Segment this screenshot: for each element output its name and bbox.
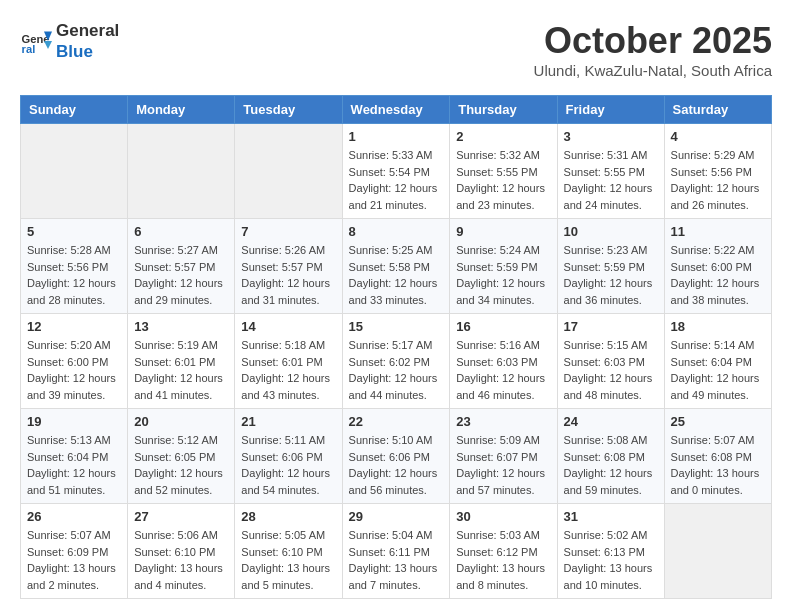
day-number: 16 [456, 319, 550, 334]
day-number: 21 [241, 414, 335, 429]
calendar-cell: 2Sunrise: 5:32 AM Sunset: 5:55 PM Daylig… [450, 124, 557, 219]
day-info: Sunrise: 5:33 AM Sunset: 5:54 PM Dayligh… [349, 147, 444, 213]
day-info: Sunrise: 5:10 AM Sunset: 6:06 PM Dayligh… [349, 432, 444, 498]
calendar-cell: 17Sunrise: 5:15 AM Sunset: 6:03 PM Dayli… [557, 314, 664, 409]
calendar-cell: 21Sunrise: 5:11 AM Sunset: 6:06 PM Dayli… [235, 409, 342, 504]
day-number: 7 [241, 224, 335, 239]
calendar-cell: 24Sunrise: 5:08 AM Sunset: 6:08 PM Dayli… [557, 409, 664, 504]
day-number: 8 [349, 224, 444, 239]
day-number: 10 [564, 224, 658, 239]
day-info: Sunrise: 5:11 AM Sunset: 6:06 PM Dayligh… [241, 432, 335, 498]
day-number: 17 [564, 319, 658, 334]
day-info: Sunrise: 5:31 AM Sunset: 5:55 PM Dayligh… [564, 147, 658, 213]
day-number: 28 [241, 509, 335, 524]
calendar-cell: 30Sunrise: 5:03 AM Sunset: 6:12 PM Dayli… [450, 504, 557, 599]
day-number: 11 [671, 224, 765, 239]
calendar-header-thursday: Thursday [450, 96, 557, 124]
calendar-cell: 27Sunrise: 5:06 AM Sunset: 6:10 PM Dayli… [128, 504, 235, 599]
day-number: 9 [456, 224, 550, 239]
day-number: 19 [27, 414, 121, 429]
calendar-cell: 5Sunrise: 5:28 AM Sunset: 5:56 PM Daylig… [21, 219, 128, 314]
calendar-header-saturday: Saturday [664, 96, 771, 124]
calendar-header-tuesday: Tuesday [235, 96, 342, 124]
calendar-cell: 11Sunrise: 5:22 AM Sunset: 6:00 PM Dayli… [664, 219, 771, 314]
day-info: Sunrise: 5:24 AM Sunset: 5:59 PM Dayligh… [456, 242, 550, 308]
day-info: Sunrise: 5:16 AM Sunset: 6:03 PM Dayligh… [456, 337, 550, 403]
day-info: Sunrise: 5:07 AM Sunset: 6:08 PM Dayligh… [671, 432, 765, 498]
title-block: October 2025 Ulundi, KwaZulu-Natal, Sout… [534, 20, 772, 79]
calendar-header-sunday: Sunday [21, 96, 128, 124]
day-info: Sunrise: 5:08 AM Sunset: 6:08 PM Dayligh… [564, 432, 658, 498]
calendar-cell: 6Sunrise: 5:27 AM Sunset: 5:57 PM Daylig… [128, 219, 235, 314]
day-info: Sunrise: 5:07 AM Sunset: 6:09 PM Dayligh… [27, 527, 121, 593]
day-info: Sunrise: 5:12 AM Sunset: 6:05 PM Dayligh… [134, 432, 228, 498]
day-number: 15 [349, 319, 444, 334]
day-number: 2 [456, 129, 550, 144]
calendar-cell: 4Sunrise: 5:29 AM Sunset: 5:56 PM Daylig… [664, 124, 771, 219]
day-number: 12 [27, 319, 121, 334]
day-info: Sunrise: 5:15 AM Sunset: 6:03 PM Dayligh… [564, 337, 658, 403]
calendar-cell: 29Sunrise: 5:04 AM Sunset: 6:11 PM Dayli… [342, 504, 450, 599]
calendar-cell: 25Sunrise: 5:07 AM Sunset: 6:08 PM Dayli… [664, 409, 771, 504]
day-info: Sunrise: 5:28 AM Sunset: 5:56 PM Dayligh… [27, 242, 121, 308]
calendar-cell: 12Sunrise: 5:20 AM Sunset: 6:00 PM Dayli… [21, 314, 128, 409]
calendar-header-wednesday: Wednesday [342, 96, 450, 124]
day-number: 14 [241, 319, 335, 334]
day-info: Sunrise: 5:05 AM Sunset: 6:10 PM Dayligh… [241, 527, 335, 593]
calendar-cell: 8Sunrise: 5:25 AM Sunset: 5:58 PM Daylig… [342, 219, 450, 314]
day-info: Sunrise: 5:18 AM Sunset: 6:01 PM Dayligh… [241, 337, 335, 403]
calendar-week-row: 26Sunrise: 5:07 AM Sunset: 6:09 PM Dayli… [21, 504, 772, 599]
calendar-cell: 28Sunrise: 5:05 AM Sunset: 6:10 PM Dayli… [235, 504, 342, 599]
calendar-week-row: 12Sunrise: 5:20 AM Sunset: 6:00 PM Dayli… [21, 314, 772, 409]
calendar-cell: 18Sunrise: 5:14 AM Sunset: 6:04 PM Dayli… [664, 314, 771, 409]
calendar-table: SundayMondayTuesdayWednesdayThursdayFrid… [20, 95, 772, 599]
calendar-cell: 7Sunrise: 5:26 AM Sunset: 5:57 PM Daylig… [235, 219, 342, 314]
day-number: 13 [134, 319, 228, 334]
day-info: Sunrise: 5:27 AM Sunset: 5:57 PM Dayligh… [134, 242, 228, 308]
day-number: 6 [134, 224, 228, 239]
calendar-cell: 19Sunrise: 5:13 AM Sunset: 6:04 PM Dayli… [21, 409, 128, 504]
calendar-cell [235, 124, 342, 219]
day-info: Sunrise: 5:06 AM Sunset: 6:10 PM Dayligh… [134, 527, 228, 593]
day-number: 29 [349, 509, 444, 524]
calendar-week-row: 1Sunrise: 5:33 AM Sunset: 5:54 PM Daylig… [21, 124, 772, 219]
calendar-cell: 22Sunrise: 5:10 AM Sunset: 6:06 PM Dayli… [342, 409, 450, 504]
day-number: 1 [349, 129, 444, 144]
day-info: Sunrise: 5:14 AM Sunset: 6:04 PM Dayligh… [671, 337, 765, 403]
calendar-cell: 20Sunrise: 5:12 AM Sunset: 6:05 PM Dayli… [128, 409, 235, 504]
calendar-cell [128, 124, 235, 219]
calendar-week-row: 19Sunrise: 5:13 AM Sunset: 6:04 PM Dayli… [21, 409, 772, 504]
calendar-cell: 13Sunrise: 5:19 AM Sunset: 6:01 PM Dayli… [128, 314, 235, 409]
calendar-cell: 26Sunrise: 5:07 AM Sunset: 6:09 PM Dayli… [21, 504, 128, 599]
calendar-cell: 1Sunrise: 5:33 AM Sunset: 5:54 PM Daylig… [342, 124, 450, 219]
day-info: Sunrise: 5:17 AM Sunset: 6:02 PM Dayligh… [349, 337, 444, 403]
day-info: Sunrise: 5:03 AM Sunset: 6:12 PM Dayligh… [456, 527, 550, 593]
day-number: 26 [27, 509, 121, 524]
day-info: Sunrise: 5:19 AM Sunset: 6:01 PM Dayligh… [134, 337, 228, 403]
svg-text:ral: ral [22, 43, 36, 55]
logo: Gene ral General Blue [20, 20, 119, 62]
svg-marker-3 [44, 41, 52, 49]
calendar-cell: 10Sunrise: 5:23 AM Sunset: 5:59 PM Dayli… [557, 219, 664, 314]
logo-icon: Gene ral [20, 25, 52, 57]
calendar-cell: 16Sunrise: 5:16 AM Sunset: 6:03 PM Dayli… [450, 314, 557, 409]
day-info: Sunrise: 5:29 AM Sunset: 5:56 PM Dayligh… [671, 147, 765, 213]
day-info: Sunrise: 5:23 AM Sunset: 5:59 PM Dayligh… [564, 242, 658, 308]
calendar-cell: 3Sunrise: 5:31 AM Sunset: 5:55 PM Daylig… [557, 124, 664, 219]
calendar-cell: 31Sunrise: 5:02 AM Sunset: 6:13 PM Dayli… [557, 504, 664, 599]
day-info: Sunrise: 5:26 AM Sunset: 5:57 PM Dayligh… [241, 242, 335, 308]
day-number: 25 [671, 414, 765, 429]
calendar-cell: 14Sunrise: 5:18 AM Sunset: 6:01 PM Dayli… [235, 314, 342, 409]
calendar-week-row: 5Sunrise: 5:28 AM Sunset: 5:56 PM Daylig… [21, 219, 772, 314]
calendar-header-friday: Friday [557, 96, 664, 124]
day-number: 24 [564, 414, 658, 429]
day-number: 27 [134, 509, 228, 524]
calendar-header-monday: Monday [128, 96, 235, 124]
calendar-cell: 23Sunrise: 5:09 AM Sunset: 6:07 PM Dayli… [450, 409, 557, 504]
day-info: Sunrise: 5:25 AM Sunset: 5:58 PM Dayligh… [349, 242, 444, 308]
day-number: 31 [564, 509, 658, 524]
day-number: 3 [564, 129, 658, 144]
day-number: 4 [671, 129, 765, 144]
calendar-cell: 15Sunrise: 5:17 AM Sunset: 6:02 PM Dayli… [342, 314, 450, 409]
day-info: Sunrise: 5:20 AM Sunset: 6:00 PM Dayligh… [27, 337, 121, 403]
